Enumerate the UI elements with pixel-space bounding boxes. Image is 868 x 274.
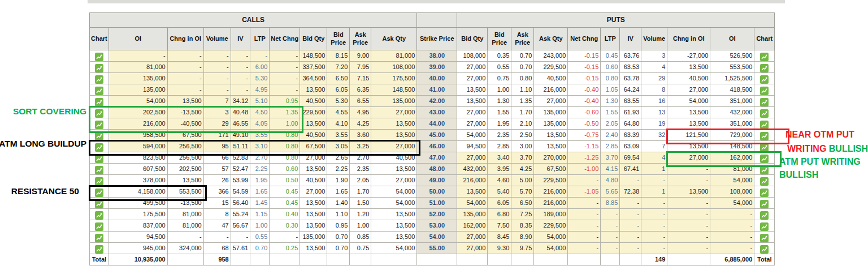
puts-cell: 13,500: [534, 130, 568, 141]
chart-icon[interactable]: [760, 53, 769, 61]
chart-icon[interactable]: [95, 75, 103, 84]
table-row: 175,50081,000855.241.150.4013,5001.101.2…: [90, 209, 775, 220]
puts-cell: 5.40: [488, 186, 511, 198]
chart-icon[interactable]: [95, 211, 103, 220]
puts-cell: 3: [641, 50, 667, 62]
calls-cell: -: [203, 50, 231, 62]
chart-icon[interactable]: [95, 53, 103, 61]
calls-cell: 51.11: [231, 141, 250, 152]
top-divider: [88, 0, 785, 3]
table-row: 945,000324,0006857.610.700.2513,5000.700…: [90, 243, 775, 254]
chart-icon[interactable]: [760, 64, 769, 72]
puts-cell: 40,500: [534, 73, 568, 84]
chart-icon[interactable]: [760, 245, 769, 254]
calls-col-header-2: Chng in OI: [167, 28, 203, 50]
chart-icon[interactable]: [760, 87, 769, 95]
puts-cell: -: [568, 209, 601, 220]
chart-icon[interactable]: [95, 132, 103, 140]
strike-cell: 49.00: [417, 175, 457, 186]
chart-icon[interactable]: [95, 87, 103, 95]
table-row: ------148,5008.159.0081,00038.00108,0000…: [90, 50, 775, 62]
calls-cell: [90, 107, 109, 118]
chart-icon[interactable]: [760, 155, 769, 163]
calls-cell: -: [250, 50, 270, 62]
calls-cell: 0.85: [350, 232, 371, 243]
puts-cell: -: [601, 220, 620, 232]
calls-cell: 202,500: [167, 164, 203, 175]
puts-cell: 8.45: [488, 232, 511, 243]
puts-cell: -: [568, 175, 601, 186]
puts-cell: 108,000: [457, 50, 488, 62]
chart-icon[interactable]: [760, 109, 769, 118]
chart-icon[interactable]: [760, 132, 769, 140]
puts-cell: -: [641, 175, 667, 186]
chart-icon[interactable]: [760, 222, 769, 231]
puts-cell: 54,000: [457, 130, 488, 141]
puts-cell: [754, 175, 775, 186]
calls-cell: 823,500: [108, 152, 167, 164]
chart-icon[interactable]: [760, 75, 769, 84]
calls-cell: 324,000: [167, 243, 203, 254]
annotation-text: ATM LONG BUILDUP: [0, 139, 86, 148]
puts-cell: -27,000: [667, 50, 710, 62]
puts-cell: -: [601, 232, 620, 243]
puts-cell: 54,000: [534, 243, 568, 254]
puts-cell: 1: [641, 164, 667, 175]
calls-col-header-9: Ask Price: [350, 28, 371, 50]
puts-cell: 3.00: [511, 141, 534, 152]
chart-icon[interactable]: [95, 245, 103, 254]
chart-icon[interactable]: [760, 166, 769, 174]
table-row: 94,500---0.55-135,0000.700.8513,50054.00…: [90, 232, 775, 243]
chart-icon[interactable]: [95, 98, 103, 106]
puts-cell: 4.25: [511, 164, 534, 175]
puts-cell: 4.60: [488, 175, 511, 186]
calls-cell: 1.00: [250, 220, 270, 232]
puts-cell: 7.25: [511, 209, 534, 220]
annotation-atm-long-buildup: ATM LONG BUILDUP: [0, 139, 86, 148]
chart-icon[interactable]: [95, 200, 103, 208]
puts-cell: -: [667, 209, 710, 220]
chart-icon[interactable]: [95, 189, 103, 197]
calls-cell: 607,500: [108, 164, 167, 175]
calls-cell: 175,500: [108, 209, 167, 220]
puts-cell: [754, 118, 775, 130]
chart-icon[interactable]: [760, 211, 769, 220]
puts-cell: [754, 243, 775, 254]
puts-cell: 3.70: [511, 152, 534, 164]
calls-cell: [90, 84, 109, 96]
chart-icon[interactable]: [760, 98, 769, 106]
chart-icon[interactable]: [95, 121, 103, 129]
strike-cell: 52.00: [417, 209, 457, 220]
chart-icon[interactable]: [95, 177, 103, 186]
puts-cell: 81,000: [710, 164, 754, 175]
calls-cell: 148,500: [371, 84, 417, 96]
calls-cell: 2.65: [327, 152, 350, 164]
puts-col-header-6: IV: [620, 28, 641, 50]
chart-icon[interactable]: [95, 166, 103, 174]
puts-cell: -: [568, 198, 601, 209]
chart-icon[interactable]: [760, 200, 769, 208]
chart-icon[interactable]: [95, 222, 103, 231]
puts-cell: 1.95: [488, 118, 511, 130]
calls-cell: 67,500: [167, 130, 203, 141]
chart-icon[interactable]: [760, 189, 769, 197]
chart-icon[interactable]: [760, 177, 769, 186]
chart-icon[interactable]: [95, 143, 103, 152]
chart-icon[interactable]: [95, 64, 103, 72]
chart-icon[interactable]: [760, 121, 769, 129]
annotation-resistance-50: RESISTANCE 50: [11, 186, 79, 196]
calls-col-header-4: IV: [231, 28, 250, 50]
calls-cell: 1.70: [350, 186, 371, 198]
calls-cell: 13,500: [371, 209, 417, 220]
total-empty-cell: [270, 254, 300, 266]
chart-icon[interactable]: [95, 234, 103, 242]
chart-icon[interactable]: [760, 143, 769, 152]
puts-cell: 13,500: [667, 186, 710, 198]
calls-cell: -: [167, 50, 203, 62]
annotation-sort-covering: SORT COVERING: [13, 106, 86, 116]
puts-cell: 69.54: [620, 152, 641, 164]
chart-icon[interactable]: [95, 109, 103, 118]
chart-icon[interactable]: [95, 155, 103, 163]
chart-icon[interactable]: [760, 234, 769, 242]
calls-cell: 378,000: [108, 175, 167, 186]
